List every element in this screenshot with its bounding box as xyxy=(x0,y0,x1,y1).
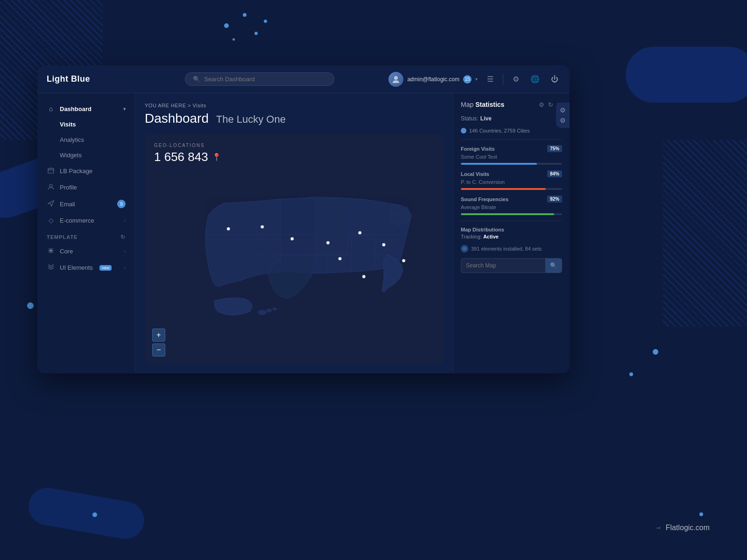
globe-icon[interactable]: 🌐 xyxy=(529,73,542,85)
sidebar-label-email: Email xyxy=(60,201,75,208)
progress-bar-local xyxy=(461,188,562,190)
footer-text: Flatlogic.com xyxy=(666,524,710,532)
gear-circle-icon: ⚙ xyxy=(461,245,468,252)
svg-point-29 xyxy=(338,257,342,260)
search-map-input[interactable] xyxy=(461,259,545,273)
metric-foreign-visits: Foreign Visits 75% Some Cool Text xyxy=(461,145,562,165)
search-box[interactable]: 🔍 xyxy=(185,72,334,86)
user-chevron: ▾ xyxy=(475,77,478,82)
tracking-label: Tracking: xyxy=(461,234,482,239)
svg-point-28 xyxy=(402,259,405,262)
dashboard-chevron: ▾ xyxy=(123,106,126,112)
locations-text: 146 Countries, 2759 Cities xyxy=(469,128,530,133)
header-divider xyxy=(503,74,503,85)
usa-map-svg xyxy=(145,133,444,364)
elements-text: 391 elements installed, 84 sets xyxy=(471,246,542,252)
svg-point-18 xyxy=(273,308,277,310)
map-zoom-out[interactable]: − xyxy=(152,343,165,357)
metric-local-header: Local Visits 84% xyxy=(461,170,562,177)
sidebar-item-lb-package[interactable]: LB Package xyxy=(37,163,135,179)
metric-foreign-title: Foreign Visits xyxy=(461,146,495,152)
map-controls: + − xyxy=(152,329,165,357)
map-zoom-in[interactable]: + xyxy=(152,329,165,342)
progress-fill-sound xyxy=(461,213,554,215)
svg-point-23 xyxy=(261,225,264,229)
page-title-main: Dashboard xyxy=(145,111,209,126)
status-row: Status: Live xyxy=(461,114,562,122)
location-pin-icon: 📍 xyxy=(212,153,221,161)
svg-point-24 xyxy=(290,237,294,240)
svg-point-2 xyxy=(49,184,52,187)
sidebar-item-dashboard[interactable]: ⌂ Dashboard ▾ xyxy=(37,101,135,117)
search-icon: 🔍 xyxy=(193,76,200,83)
svg-point-30 xyxy=(362,275,366,278)
tracking-status: Tracking: Active xyxy=(461,234,562,239)
map-overlay: GEO-LOCATIONS 1 656 843 📍 xyxy=(154,143,221,164)
svg-point-25 xyxy=(326,241,330,245)
settings-fab: ⚙ ⚙ xyxy=(556,103,570,128)
location-dot-icon: 📍 xyxy=(461,128,466,133)
template-label: TEMPLATE xyxy=(47,234,78,240)
status-value: Live xyxy=(480,115,492,122)
tracking-value: Active xyxy=(483,234,499,239)
page-title: Dashboard The Lucky One xyxy=(145,111,444,126)
stats-header: Map Statistics ⚙ ↻ ✕ xyxy=(461,101,562,108)
page-title-sub: The Lucky One xyxy=(216,113,286,125)
elements-info: ⚙ 391 elements installed, 84 sets xyxy=(461,245,562,252)
breadcrumb-current: Visits xyxy=(193,103,206,108)
sidebar-label-analytics: Analytics xyxy=(60,136,84,143)
stats-title: Map Statistics xyxy=(461,101,504,108)
template-section: TEMPLATE ↻ xyxy=(37,228,135,243)
stats-refresh-icon[interactable]: ↻ xyxy=(548,101,553,108)
power-icon[interactable]: ⏻ xyxy=(549,73,560,85)
fab-settings-icon[interactable]: ⚙ xyxy=(560,106,566,114)
progress-bar-sound xyxy=(461,213,562,215)
progress-fill-local xyxy=(461,188,546,190)
diamond-icon: ◇ xyxy=(47,217,55,224)
package-icon xyxy=(47,167,55,175)
sidebar-item-core[interactable]: Core ‹ xyxy=(37,243,135,259)
metric-sound-badge: 92% xyxy=(547,196,562,203)
sidebar-item-analytics[interactable]: Analytics xyxy=(37,132,135,147)
sidebar-item-email[interactable]: Email 9 xyxy=(37,196,135,212)
metric-local-sub: P. to C. Conversion xyxy=(461,179,562,185)
svg-point-26 xyxy=(358,231,361,234)
dec-dot xyxy=(629,372,633,376)
main-layout: ⌂ Dashboard ▾ Visits Analytics Widgets xyxy=(37,93,570,373)
distribution-title: Map Distributions xyxy=(461,227,562,232)
sidebar-item-visits[interactable]: Visits xyxy=(37,117,135,132)
sidebar-item-ui-elements[interactable]: UI Elements new ‹ xyxy=(37,259,135,276)
metric-local-visits: Local Visits 84% P. to C. Conversion xyxy=(461,170,562,190)
user-info[interactable]: admin@flatlogic.com 15 ▾ xyxy=(388,72,478,87)
search-map-box[interactable]: 🔍 xyxy=(461,258,562,273)
sidebar-label-dashboard: Dashboard xyxy=(60,105,92,112)
dec-dot xyxy=(653,349,658,355)
dec-dot xyxy=(92,512,97,517)
search-input[interactable] xyxy=(204,76,326,83)
refresh-icon[interactable]: ↻ xyxy=(120,234,126,240)
stats-locations: 📍 146 Countries, 2759 Cities xyxy=(461,128,562,133)
metric-foreign-header: Foreign Visits 75% xyxy=(461,145,562,152)
fab-settings2-icon[interactable]: ⚙ xyxy=(560,117,566,124)
metric-sound-title: Sound Frequencies xyxy=(461,196,508,202)
breadcrumb: YOU ARE HERE > Visits xyxy=(145,103,444,108)
stats-settings-icon[interactable]: ⚙ xyxy=(539,101,544,108)
sidebar-item-widgets[interactable]: Widgets xyxy=(37,147,135,163)
stats-title-bold: Statistics xyxy=(475,101,504,108)
metric-local-title: Local Visits xyxy=(461,171,489,177)
sidebar: ⌂ Dashboard ▾ Visits Analytics Widgets xyxy=(37,93,135,373)
settings-icon[interactable]: ⚙ xyxy=(511,73,521,85)
notification-badge: 15 xyxy=(463,75,472,84)
app-window: ⚙ ⚙ Light Blue 🔍 admin xyxy=(37,65,570,373)
sidebar-label-core: Core xyxy=(60,248,73,255)
sidebar-item-profile[interactable]: Profile xyxy=(37,179,135,196)
chat-icon[interactable]: ☰ xyxy=(485,73,495,85)
search-map-button[interactable]: 🔍 xyxy=(545,259,562,273)
avatar xyxy=(388,72,403,87)
sidebar-item-ecommerce[interactable]: ◇ E-commerce ‹ xyxy=(37,212,135,228)
logo: Light Blue xyxy=(47,74,131,84)
new-badge: new xyxy=(99,265,112,271)
progress-fill-foreign xyxy=(461,163,537,165)
map-container: GEO-LOCATIONS 1 656 843 📍 xyxy=(145,133,444,364)
dec-dot xyxy=(264,20,267,23)
